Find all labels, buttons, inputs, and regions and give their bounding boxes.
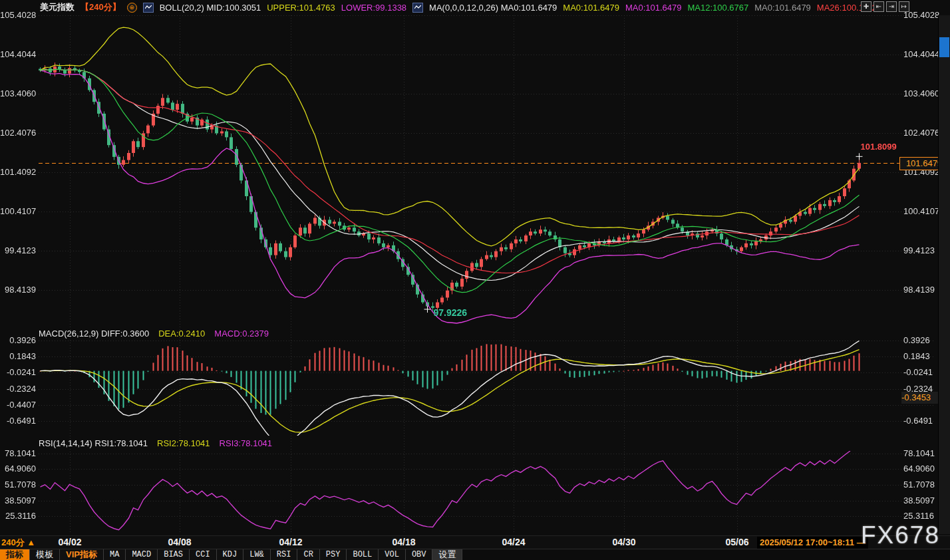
toolbar-button-VOL[interactable]: VOL: [379, 549, 406, 560]
toolbar-button-模板[interactable]: 模板: [30, 549, 60, 560]
scale-left-icon[interactable]: ⇤: [873, 1, 884, 12]
axis-label: 0.3926: [0, 335, 36, 346]
fx678-watermark: FX678: [861, 521, 940, 549]
axis-label: 104.4044: [0, 49, 36, 60]
header-item: MA0:101.6479: [754, 3, 811, 13]
axis-label: -0.6491: [903, 416, 937, 426]
header-item: LOWER:99.1338: [341, 3, 406, 13]
chart-tool-icons: ✚⇤⇥↦: [861, 1, 909, 12]
scale-right-icon[interactable]: ⇥: [886, 1, 897, 12]
axis-label: -0.2324: [0, 384, 36, 394]
header-item: MA12:100.6767: [687, 3, 748, 13]
axis-label: 51.7078: [903, 480, 937, 490]
toolbar-button-设置[interactable]: 设置: [432, 549, 462, 560]
toolbar-button-PSY[interactable]: PSY: [320, 549, 347, 560]
axis-label: 25.3116: [0, 511, 36, 521]
date-label: 04/18: [381, 537, 427, 547]
exit-icon[interactable]: ↦: [899, 1, 909, 12]
rsi-header-item: RSI(14,14,14) RSI1:78.1041: [39, 438, 148, 450]
header-item: BOLL(20,2) MID:100.3051: [160, 3, 261, 13]
toolbar-button-BOLL[interactable]: BOLL: [347, 549, 379, 560]
macd-header-item: MACD(26,12,9) DIFF:0.3600: [39, 329, 149, 340]
rsi-header-item: RSI3:78.1041: [220, 438, 273, 450]
macd-header: MACD(26,12,9) DIFF:0.3600DEA:0.2410MACD:…: [39, 329, 269, 340]
axis-label: 105.4028: [0, 10, 36, 21]
macd-crosshair-value: -0.3453: [901, 392, 939, 404]
bar-time-range: 2025/05/12 17:00~18:11 —: [757, 537, 868, 549]
chart-chip-icon: [412, 3, 423, 13]
header-item: 美元指数: [40, 1, 75, 13]
axis-label: 78.1041: [0, 448, 36, 459]
trading-terminal: 美元指数【240分】⊕BOLL(20,2) MID:100.3051UPPER:…: [0, 0, 950, 560]
header-item: MA0:101.6479: [625, 3, 682, 13]
axis-label: 38.5097: [903, 495, 937, 506]
axis-label: 99.4123: [903, 245, 937, 256]
toolbar-button-OBV[interactable]: OBV: [406, 549, 433, 560]
date-label: 04/30: [601, 537, 647, 547]
axis-label: 101.4092: [0, 167, 36, 178]
rsi-header: RSI(14,14,14) RSI1:78.1041RSI2:78.1041RS…: [39, 438, 272, 450]
macd-header-item: DEA:0.2410: [158, 329, 205, 340]
rsi-header-item: RSI2:78.1041: [157, 438, 210, 450]
axis-label: 100.4107: [0, 206, 36, 217]
header-item: 【240分】: [80, 1, 121, 13]
axis-label: 0.3926: [903, 335, 937, 346]
toolbar-button-LW&[interactable]: LW&: [243, 549, 271, 560]
date-label: 04/12: [267, 537, 314, 547]
chart-chip-icon: [143, 3, 154, 13]
scrollbar-thumb[interactable]: [939, 37, 949, 57]
axis-label: 51.7078: [0, 480, 36, 490]
axis-label: 64.9060: [0, 464, 36, 474]
toolbar-button-CR[interactable]: CR: [297, 549, 319, 560]
axis-label: -0.0241: [903, 367, 937, 378]
toolbar-button-KDJ[interactable]: KDJ: [217, 549, 244, 560]
chart-canvas[interactable]: [0, 0, 950, 560]
axis-label: 25.3116: [903, 511, 937, 521]
header-item: MA0:101.6479: [563, 3, 619, 13]
toolbar-button-MA[interactable]: MA: [104, 549, 126, 560]
toolbar-button-BIAS[interactable]: BIAS: [158, 549, 190, 560]
axis-label: 38.5097: [0, 495, 36, 506]
toolbar-button-指标[interactable]: 指标: [0, 549, 30, 560]
pan-icon[interactable]: ✚: [861, 1, 871, 12]
high-annotation: 101.8099: [861, 142, 897, 152]
axis-label: 103.4060: [903, 88, 937, 99]
macd-header-item: MACD:0.2379: [214, 329, 269, 340]
axis-label: 102.4076: [0, 128, 36, 138]
date-label: 04/24: [490, 537, 537, 547]
axis-label: 104.4044: [903, 49, 937, 60]
axis-label: 98.4139: [903, 285, 937, 295]
axis-label: 98.4139: [0, 285, 36, 295]
axis-label: -0.6491: [0, 416, 36, 426]
axis-label: 64.9060: [903, 464, 937, 474]
axis-label: -0.4407: [0, 400, 36, 410]
axis-label: 0.1843: [0, 351, 36, 362]
axis-label: 0.1843: [903, 351, 937, 362]
header-item: UPPER:101.4763: [267, 3, 335, 13]
axis-label: 100.4107: [903, 206, 937, 217]
date-label: 04/02: [47, 537, 93, 547]
toolbar-button-CCI[interactable]: CCI: [190, 549, 217, 560]
toolbar-button-MACD[interactable]: MACD: [126, 549, 158, 560]
header-item: MA(0,0,0,12,0,26) MA0:101.6479: [429, 3, 557, 13]
date-label: 05/06: [714, 537, 760, 547]
period-label[interactable]: 240分 ▲: [1, 537, 35, 549]
axis-label: 102.4076: [903, 128, 937, 138]
vertical-scrollbar[interactable]: [938, 15, 950, 534]
alert-icon[interactable]: ⊕: [127, 3, 137, 13]
toolbar-button-VIP指标[interactable]: VIP指标: [60, 549, 104, 560]
axis-label: 78.1041: [903, 448, 937, 459]
axis-label: 99.4123: [0, 245, 36, 256]
axis-label: 103.4060: [0, 88, 36, 99]
indicator-toolbar: 指标模板VIP指标MAMACDBIASCCIKDJLW&RSICRPSYBOLL…: [0, 549, 950, 560]
low-annotation: 97.9226: [434, 307, 468, 318]
date-axis-row: 240分 ▲ 04/0204/0804/1204/1804/2404/3005/…: [0, 535, 950, 549]
axis-label: -0.0241: [0, 367, 36, 378]
date-label: 04/08: [156, 537, 203, 547]
indicator-header-bar: 美元指数【240分】⊕BOLL(20,2) MID:100.3051UPPER:…: [0, 0, 891, 15]
toolbar-button-RSI[interactable]: RSI: [271, 549, 298, 560]
